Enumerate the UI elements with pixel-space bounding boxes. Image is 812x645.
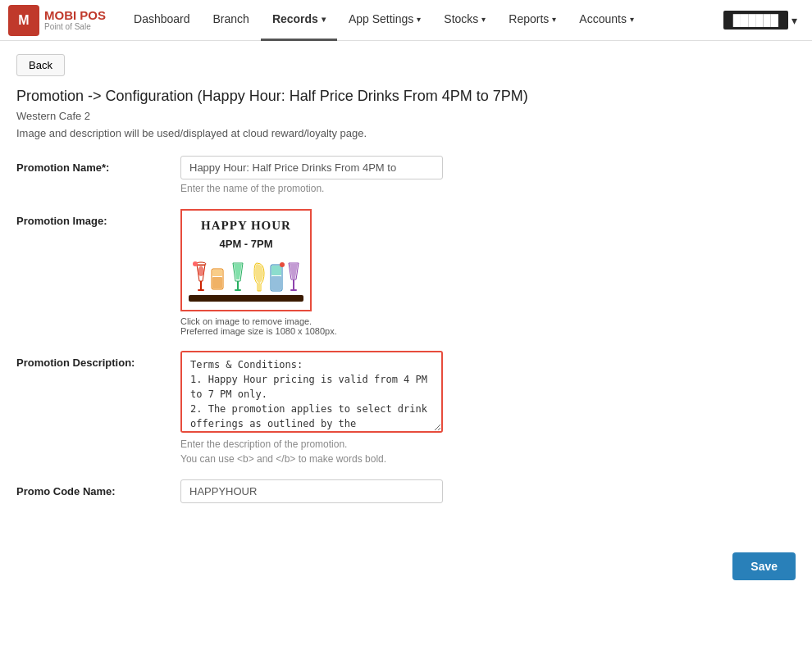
brand-logo-link[interactable]: M MOBI POS Point of Sale [8, 5, 106, 36]
brand-text: MOBI POS Point of Sale [44, 9, 106, 32]
svg-rect-11 [237, 281, 239, 289]
navbar: M MOBI POS Point of Sale Dashboard Branc… [0, 0, 812, 41]
svg-rect-12 [235, 289, 241, 291]
svg-rect-8 [212, 277, 222, 288]
brand-subtitle: Point of Sale [44, 22, 106, 31]
svg-rect-9 [212, 270, 222, 276]
stocks-caret-icon: ▾ [481, 15, 486, 24]
footer-bar: Save [0, 539, 812, 593]
nav-user[interactable]: ██████ ▾ [717, 0, 804, 41]
main-content: Back Promotion -> Configuration (Happy H… [0, 41, 812, 531]
nav-item-records[interactable]: Records ▾ [261, 0, 337, 41]
promotion-name-field: Enter the name of the promotion. [180, 156, 796, 194]
promotion-image-inner: HAPPY HOUR 4PM - 7PM [182, 211, 310, 310]
promo-code-input[interactable] [180, 479, 443, 503]
info-text: Image and description will be used/displ… [16, 127, 796, 139]
svg-rect-3 [200, 281, 202, 289]
promotion-image-field: HAPPY HOUR 4PM - 7PM [180, 209, 796, 336]
promotion-description-hint1: Enter the description of the promotion. [180, 438, 796, 450]
brand-name: MOBI POS [44, 9, 106, 23]
promotion-name-hint: Enter the name of the promotion. [180, 183, 796, 194]
drinks-illustration [189, 257, 303, 302]
user-label: ██████ [723, 11, 788, 30]
promotion-description-field: Terms & Conditions: 1. Happy Hour pricin… [180, 351, 796, 465]
promo-code-field [180, 479, 796, 503]
app-settings-caret-icon: ▾ [417, 15, 421, 24]
image-hint-remove: Click on image to remove image. [180, 316, 796, 326]
promotion-name-label: Promotion Name*: [16, 156, 180, 174]
svg-point-5 [198, 266, 204, 276]
promotion-name-input[interactable] [180, 156, 443, 179]
promotion-description-label: Promotion Description: [16, 351, 180, 369]
nav-item-app-settings[interactable]: App Settings ▾ [337, 0, 432, 41]
nav-item-branch[interactable]: Branch [202, 0, 261, 41]
svg-rect-20 [290, 289, 297, 291]
promotion-description-hint2: You can use <b> and </b> to make words b… [180, 453, 796, 465]
promo-code-label: Promo Code Name: [16, 479, 180, 497]
svg-rect-16 [271, 266, 281, 275]
promotion-image-row: Promotion Image: HAPPY HOUR 4PM - 7PM [16, 209, 796, 336]
happy-hour-title: HAPPY HOUR [201, 219, 291, 233]
happy-hour-time: 4PM - 7PM [219, 238, 272, 250]
save-button[interactable]: Save [732, 552, 796, 580]
svg-point-6 [193, 261, 198, 266]
nav-item-reports[interactable]: Reports ▾ [497, 0, 568, 41]
promotion-image-container[interactable]: HAPPY HOUR 4PM - 7PM [180, 209, 312, 311]
user-caret-icon: ▾ [791, 14, 797, 27]
nav-items: Dashboard Branch Records ▾ App Settings … [122, 0, 717, 41]
svg-point-17 [280, 262, 285, 267]
promotion-image-label: Promotion Image: [16, 209, 180, 227]
promo-code-row: Promo Code Name: [16, 479, 796, 503]
brand-logo: M [8, 5, 39, 36]
image-hint-size: Preferred image size is 1080 x 1080px. [180, 326, 796, 336]
branch-name: Western Cafe 2 [16, 110, 796, 122]
promotion-name-row: Promotion Name*: Enter the name of the p… [16, 156, 796, 194]
page-title: Promotion -> Configuration (Happy Hour: … [16, 88, 796, 105]
brand-logo-letter: M [18, 13, 29, 28]
accounts-caret-icon: ▾ [630, 15, 634, 24]
svg-rect-19 [293, 279, 294, 289]
records-caret-icon: ▾ [322, 15, 326, 24]
nav-item-accounts[interactable]: Accounts ▾ [568, 0, 645, 41]
promotion-description-row: Promotion Description: Terms & Condition… [16, 351, 796, 465]
svg-rect-4 [198, 289, 204, 291]
reports-caret-icon: ▾ [552, 15, 556, 24]
promotion-description-input[interactable]: Terms & Conditions: 1. Happy Hour pricin… [180, 351, 443, 433]
nav-item-stocks[interactable]: Stocks ▾ [432, 0, 497, 41]
nav-item-dashboard[interactable]: Dashboard [122, 0, 202, 41]
back-button[interactable]: Back [16, 54, 65, 76]
svg-rect-0 [189, 295, 303, 302]
svg-rect-15 [271, 276, 281, 290]
